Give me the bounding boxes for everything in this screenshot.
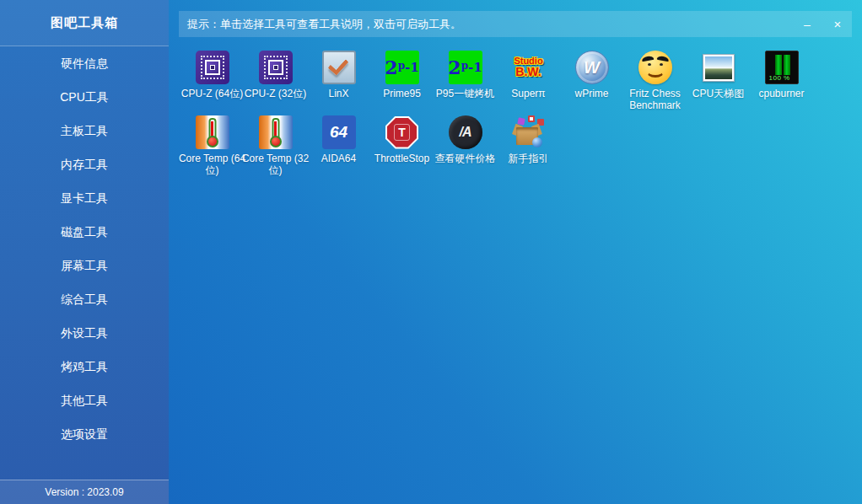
tool-wprime[interactable]: W wPrime — [560, 51, 623, 115]
tool-throttlestop[interactable]: T ThrottleStop — [370, 115, 434, 180]
tool-label: CPU天梯图 — [684, 88, 753, 99]
cpu-z-icon — [259, 51, 293, 84]
cpu-ladder-picture-icon — [702, 51, 735, 84]
tools-grid: CPU-Z (64位) CPU-Z (32位) LinX 2p-1 Prime9… — [180, 51, 822, 180]
tool-coretemp-64[interactable]: Core Temp (64位) — [180, 115, 244, 180]
prime95-icon: 2p-1 — [385, 51, 419, 84]
sidebar-item-disk-tools[interactable]: 磁盘工具 — [0, 216, 169, 249]
tool-linx[interactable]: LinX — [307, 51, 370, 115]
tool-aida64[interactable]: 64 AIDA64 — [307, 115, 370, 180]
main-area: 提示：单击选择工具可查看工具说明，双击可启动工具。 – × CPU-Z (64位… — [169, 0, 862, 504]
super-pi-icon: Studio B.W. — [512, 51, 546, 84]
tool-superpi[interactable]: Studio B.W. Superπ — [497, 51, 560, 115]
tool-price-check[interactable]: /A 查看硬件价格 — [434, 115, 497, 180]
version-label: Version : 2023.09 — [0, 480, 169, 504]
sidebar-item-motherboard-tools[interactable]: 主板工具 — [0, 115, 169, 148]
app-title: 图吧工具箱 — [0, 0, 169, 46]
tool-cpu-ladder[interactable]: CPU天梯图 — [687, 51, 750, 115]
tool-label: 新手指引 — [494, 153, 563, 164]
tool-label: wPrime — [558, 88, 627, 99]
newbie-guide-box-icon — [512, 115, 546, 149]
minimize-button[interactable]: – — [793, 11, 822, 37]
sidebar-item-settings[interactable]: 选项设置 — [0, 418, 169, 452]
tool-label: Core Temp (32位) — [241, 153, 310, 177]
tool-prime95[interactable]: 2p-1 Prime95 — [370, 51, 434, 115]
hint-bar: 提示：单击选择工具可查看工具说明，双击可启动工具。 – × — [179, 11, 852, 37]
core-temp-thermometer-icon — [259, 115, 293, 149]
cpu-z-icon — [196, 51, 229, 84]
tool-cpuburner[interactable]: 100 % cpuburner — [750, 51, 813, 115]
cpuburner-icon: 100 % — [765, 51, 799, 84]
prime95-icon: 2p-1 — [449, 51, 482, 84]
linx-checkmark-icon — [322, 51, 356, 84]
throttlestop-stop-sign-icon: T — [385, 115, 419, 149]
tool-label: Core Temp (64位) — [178, 153, 247, 177]
sidebar-item-peripheral-tools[interactable]: 外设工具 — [0, 317, 169, 351]
sidebar-item-hardware-info[interactable]: 硬件信息 — [0, 47, 169, 81]
wprime-icon: W — [575, 51, 609, 84]
sidebar-item-gpu-tools[interactable]: 显卡工具 — [0, 182, 169, 216]
sidebar-item-memory-tools[interactable]: 内存工具 — [0, 148, 169, 182]
sidebar-item-general-tools[interactable]: 综合工具 — [0, 283, 169, 317]
price-check-icon: /A — [449, 115, 482, 149]
tool-cpuz-64[interactable]: CPU-Z (64位) — [180, 51, 244, 115]
tool-label: cpuburner — [747, 88, 816, 99]
tool-label: Fritz Chess Benchmark — [621, 88, 690, 112]
sidebar-item-screen-tools[interactable]: 屏幕工具 — [0, 249, 169, 283]
tool-label: Prime95 — [368, 88, 437, 99]
tool-label: AIDA64 — [304, 153, 374, 164]
tool-label: Superπ — [494, 88, 563, 99]
tool-label: 查看硬件价格 — [431, 153, 500, 164]
tool-label: ThrottleStop — [368, 153, 437, 164]
tool-fritz-chess[interactable]: Fritz Chess Benchmark — [623, 51, 687, 115]
aida64-icon: 64 — [322, 115, 356, 149]
tool-label: CPU-Z (32位) — [241, 88, 310, 99]
tool-p95-burnin[interactable]: 2p-1 P95一键烤机 — [434, 51, 497, 115]
tool-label: P95一键烤机 — [431, 88, 500, 99]
sidebar-item-other-tools[interactable]: 其他工具 — [0, 384, 169, 418]
tool-cpuz-32[interactable]: CPU-Z (32位) — [244, 51, 307, 115]
tool-coretemp-32[interactable]: Core Temp (32位) — [244, 115, 307, 180]
tool-label: CPU-Z (64位) — [178, 88, 247, 99]
sidebar-item-cpu-tools[interactable]: CPU工具 — [0, 81, 169, 115]
sidebar-menu: 硬件信息 CPU工具 主板工具 内存工具 显卡工具 磁盘工具 屏幕工具 综合工具… — [0, 47, 169, 452]
fritz-chess-smiley-icon — [638, 51, 672, 84]
sidebar: 图吧工具箱 硬件信息 CPU工具 主板工具 内存工具 显卡工具 磁盘工具 屏幕工… — [0, 0, 169, 504]
tool-newbie-guide[interactable]: 新手指引 — [497, 115, 560, 180]
close-button[interactable]: × — [823, 11, 852, 37]
hint-text: 提示：单击选择工具可查看工具说明，双击可启动工具。 — [179, 17, 461, 32]
tool-label: LinX — [304, 88, 374, 99]
core-temp-thermometer-icon — [196, 115, 229, 149]
sidebar-item-burnin-tools[interactable]: 烤鸡工具 — [0, 351, 169, 384]
app-window: 图吧工具箱 硬件信息 CPU工具 主板工具 内存工具 显卡工具 磁盘工具 屏幕工… — [0, 0, 862, 504]
